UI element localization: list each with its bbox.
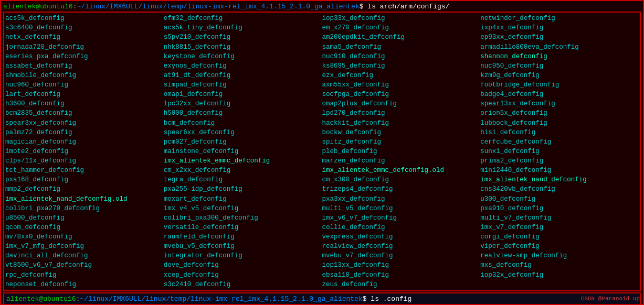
list-item: qcom_defconfig: [5, 223, 164, 232]
list-item: zeus_defconfig: [322, 280, 481, 289]
list-item: iop33x_defconfig: [322, 14, 481, 23]
list-item: netwinder_defconfig: [480, 14, 639, 23]
list-item: omap2plus_defconfig: [322, 99, 481, 108]
ls-command: ls arch/arm/configs/: [367, 3, 449, 10]
list-item: shmobile_defconfig: [5, 71, 164, 80]
list-item: netx_defconfig: [5, 32, 164, 42]
list-item: bcm2835_defconfig: [5, 108, 164, 118]
list-item: efm32_defconfig: [164, 14, 322, 23]
config-section: alientek@ubuntu16:~/linux/IMX6ULL/linux/…: [3, 292, 641, 304]
list-item: socfpga_defconfig: [322, 90, 481, 99]
list-item: sunxi_defconfig: [480, 147, 639, 156]
list-item: tct_hammer_defconfig: [5, 166, 164, 175]
list-item: ks8695_defconfig: [322, 61, 481, 71]
terminal-window[interactable]: alientek@ubuntu16:~/linux/IMX6ULL/linux/…: [0, 0, 644, 305]
list-item: viper_defconfig: [480, 242, 639, 251]
list-item: lpc32xx_defconfig: [164, 99, 322, 108]
list-item: kzm9g_defconfig: [480, 71, 639, 80]
list-item: exynos_defconfig: [164, 61, 322, 71]
list-item: raumfeld_defconfig: [164, 232, 322, 242]
list-item: mainstone_defconfig: [164, 147, 322, 156]
list-item: nuc960_defconfig: [5, 80, 164, 90]
list-item: imx_alientek_nand_defconfig.old: [5, 194, 164, 204]
list-item: shannon_defconfig: [480, 52, 639, 61]
list-item: h3600_defconfig: [5, 99, 164, 108]
list-item: s3c2410_defconfig: [164, 280, 322, 289]
list-item: armadillo800eva_defconfig: [480, 42, 639, 52]
list-item: spear13xx_defconfig: [480, 99, 639, 108]
list-item: xcep_defconfig: [164, 270, 322, 280]
list-item: imote2_defconfig: [5, 147, 164, 156]
list-item: ezx_defconfig: [322, 71, 481, 80]
list-item: cm_x2xx_defconfig: [164, 166, 322, 175]
list-item: mini2440_defconfig: [480, 166, 639, 175]
list-item: palmz72_defconfig: [5, 128, 164, 137]
list-item: u8500_defconfig: [5, 213, 164, 223]
list-item: integrator_defconfig: [164, 251, 322, 260]
list-item: acs5k_tiny_defconfig: [164, 23, 322, 32]
list-item: mxs_defconfig: [480, 260, 639, 270]
list-item: lart_defconfig: [5, 90, 164, 99]
list-item: prima2_defconfig: [480, 156, 639, 166]
configs-listing: acs5k_defconfigefm32_defconfigiop33x_def…: [3, 12, 641, 291]
list-item: magician_defconfig: [5, 137, 164, 147]
list-item: corgi_defconfig: [480, 232, 639, 242]
list-item: clps711x_defconfig: [5, 156, 164, 166]
list-item: vexpress_defconfig: [322, 232, 481, 242]
list-item: simpad_defconfig: [164, 80, 322, 90]
list-item: omap1_defconfig: [164, 90, 322, 99]
list-item: realview_defconfig: [322, 242, 481, 251]
list-item: em_x270_defconfig: [322, 23, 481, 32]
first-command-line: alientek@ubuntu16:~/linux/IMX6ULL/linux/…: [3, 2, 641, 12]
list-item: badge4_defconfig: [480, 90, 639, 99]
list-item: lubbock_defconfig: [480, 118, 639, 128]
list-item: bockw_defconfig: [322, 128, 481, 137]
list-item: multi_v5_defconfig: [322, 204, 481, 213]
list-item: orion5x_defconfig: [480, 108, 639, 118]
list-item: s3c6400_defconfig: [5, 23, 164, 32]
list-item: pcm027_defconfig: [164, 137, 322, 147]
list-item: nhk8815_defconfig: [164, 42, 322, 52]
list-item: mmp2_defconfig: [5, 184, 164, 194]
list-item: realview-smp_defconfig: [480, 251, 639, 260]
list-item: am200epdkit_defconfig: [322, 32, 481, 42]
list-item: axm55xx_defconfig: [322, 80, 481, 90]
list-item: imx_v6_v7_defconfig: [322, 213, 481, 223]
path-prompt: ~/linux/IMX6ULL/linux/temp/linux-imx-rel…: [77, 3, 359, 10]
list-item: mvebu_v7_defconfig: [322, 251, 481, 260]
list-item: at91_dt_defconfig: [164, 71, 322, 80]
list-item: u300_defconfig: [480, 194, 639, 204]
list-item: pxa3xx_defconfig: [322, 194, 481, 204]
list-item: mv78xx0_defconfig: [5, 232, 164, 242]
list-item: pleb_defconfig: [322, 147, 481, 156]
list-item: tegra_defconfig: [164, 175, 322, 184]
list-item: colibri_pxa270_defconfig: [5, 204, 164, 213]
list-item: imx_alientek_emmc_defconfig.old: [322, 166, 481, 175]
list-item: trizeps4_defconfig: [322, 184, 481, 194]
list-item: bcm_defconfig: [164, 118, 322, 128]
list-item: iop32x_defconfig: [480, 270, 639, 280]
list-item: sama5_defconfig: [322, 42, 481, 52]
user-prompt: alientek@ubuntu16: [3, 3, 73, 10]
list-item: imx_alientek_emmc_defconfig: [164, 156, 322, 166]
list-item: dove_defconfig: [164, 260, 322, 270]
list-item: ep93xx_defconfig: [480, 32, 639, 42]
list-item: spear3xx_defconfig: [5, 118, 164, 128]
list-item: h5000_defconfig: [164, 108, 322, 118]
list-item: multi_v7_defconfig: [480, 213, 639, 223]
list-item: ixp4xx_defconfig: [480, 23, 639, 32]
list-item: ebsa110_defconfig: [322, 270, 481, 280]
list-item: rpc_defconfig: [5, 270, 164, 280]
file-grid: acs5k_defconfigefm32_defconfigiop33x_def…: [5, 14, 639, 289]
list-item: cm_x300_defconfig: [322, 175, 481, 184]
list-item: jornada720_defconfig: [5, 42, 164, 52]
list-item: cns3420vb_defconfig: [480, 184, 639, 194]
list-item: cerfcube_defconfig: [480, 137, 639, 147]
list-item: nuc950_defconfig: [480, 61, 639, 71]
list-item: neponset_defconfig: [5, 280, 164, 289]
list-item: imx_alientek_nand_defconfig: [480, 175, 639, 184]
list-item: assabet_defconfig: [5, 61, 164, 71]
list-item: imx_v4_v5_defconfig: [164, 204, 322, 213]
list-item: spitz_defconfig: [322, 137, 481, 147]
list-item: davinci_all_defconfig: [5, 251, 164, 260]
